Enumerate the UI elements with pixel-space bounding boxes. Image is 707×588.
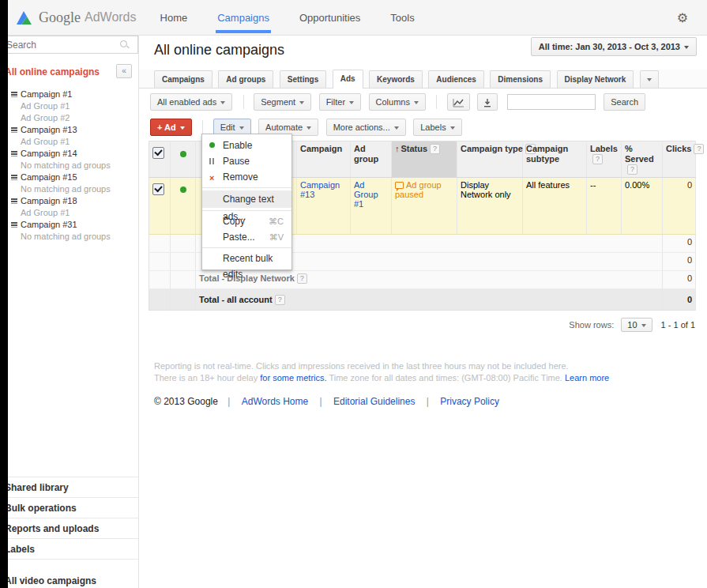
date-range-button[interactable]: All time: Jan 30, 2013 - Oct 3, 2013 (531, 37, 697, 56)
menu-item-enable[interactable]: Enable (202, 138, 291, 153)
help-icon[interactable]: ? (627, 164, 637, 175)
tree-no-match-note: No matching ad groups (0, 183, 138, 195)
search-button[interactable]: Search (604, 93, 645, 111)
filter-button[interactable]: Filter (319, 93, 361, 111)
cell-text: -- (590, 180, 596, 190)
campaign-link[interactable]: Campaign #13 (300, 180, 340, 199)
col-label: Campaign type (461, 144, 523, 153)
tab-ads[interactable]: Ads (333, 70, 363, 89)
all-online-campaigns-link[interactable]: All online campaigns (5, 66, 100, 77)
nav-item-campaigns[interactable]: Campaigns (216, 1, 271, 35)
tree-adgroup[interactable]: Ad Group #1 (0, 100, 138, 112)
menu-divider (202, 187, 291, 188)
col-clicks[interactable]: Clicks? (663, 141, 696, 178)
more-actions-label: More actions... (333, 122, 390, 132)
tree-campaign-18[interactable]: Campaign #18 (0, 195, 138, 207)
menu-item-remove[interactable]: ×Remove (202, 169, 291, 185)
tree-campaign-15[interactable]: Campaign #15 (0, 172, 138, 183)
some-metrics-link[interactable]: for some metrics. (260, 373, 326, 383)
tab-settings[interactable]: Settings (280, 70, 326, 88)
labels-button[interactable]: Labels (413, 119, 461, 136)
learn-more-link[interactable]: Learn more (565, 373, 609, 383)
col-ad-group[interactable]: Ad group (351, 141, 392, 178)
menu-item-change-text-ads[interactable]: Change text ads... (202, 190, 291, 208)
columns-button[interactable]: Columns (369, 93, 426, 111)
help-icon[interactable]: ? (275, 295, 285, 305)
tab-keywords[interactable]: Keywords (369, 70, 423, 88)
tree-adgroup[interactable]: Ad Group #1 (0, 136, 138, 148)
segment-button[interactable]: Segment (254, 93, 311, 111)
col-campaign-type[interactable]: Campaign type? (457, 141, 523, 178)
tree-adgroup[interactable]: Ad Group #1 (0, 207, 138, 219)
pagination: Show rows: 10 1 - 1 of 1 (139, 318, 707, 332)
caret-down-icon (180, 126, 185, 130)
tab-overflow-button[interactable] (640, 70, 659, 88)
tab-audiences[interactable]: Audiences (428, 70, 484, 88)
tree-label: Ad Group #1 (21, 208, 70, 217)
help-icon[interactable]: ? (694, 144, 704, 154)
sidebar-item-labels[interactable]: Labels (0, 538, 138, 559)
table-search-input[interactable] (507, 94, 596, 110)
help-icon[interactable]: ? (297, 273, 307, 284)
privacy-policy-link[interactable]: Privacy Policy (440, 396, 499, 407)
help-icon[interactable]: ? (430, 144, 440, 154)
page-size-select[interactable]: 10 (621, 318, 652, 332)
menu-item-paste[interactable]: Paste...⌘V (202, 229, 291, 245)
edit-dropdown-menu: Enable Pause ×Remove Change text ads... … (201, 134, 292, 270)
adwords-logo[interactable]: Google AdWords (16, 9, 137, 26)
menu-divider (202, 210, 291, 211)
sidebar-collapse-button[interactable]: « (116, 64, 132, 78)
tree-adgroup[interactable]: Ad Group #2 (0, 112, 138, 124)
col-labels[interactable]: Labels? (587, 141, 622, 178)
tab-campaigns[interactable]: Campaigns (154, 70, 212, 88)
nav-item-home[interactable]: Home (159, 1, 190, 35)
adwords-home-link[interactable]: AdWords Home (242, 396, 308, 407)
nav-item-opportunities[interactable]: Opportunities (298, 1, 362, 35)
sidebar-item-reports-uploads[interactable]: Reports and uploads (0, 518, 138, 538)
view-filter-label: All enabled ads (157, 97, 216, 107)
select-all-checkbox[interactable] (152, 147, 164, 159)
adwords-app: Google AdWords Home Campaigns Opportunit… (0, 0, 707, 588)
tree-campaign-14[interactable]: Campaign #14 (0, 148, 138, 160)
ad-group-link[interactable]: Ad Group #1 (354, 180, 378, 209)
tree-label: Campaign #13 (21, 125, 77, 134)
row-checkbox[interactable] (152, 183, 164, 195)
cell-text: All features (526, 180, 570, 190)
view-filter-button[interactable]: All enabled ads (150, 93, 232, 111)
menu-item-recent-bulk-edits[interactable]: Recent bulk edits (202, 251, 291, 266)
download-button[interactable] (477, 93, 498, 111)
tree-campaign-31[interactable]: Campaign #31 (0, 219, 138, 231)
sidebar-item-bulk-operations[interactable]: Bulk operations (0, 497, 138, 518)
nav-item-tools[interactable]: Tools (389, 1, 416, 35)
sidebar-search-input[interactable] (0, 36, 138, 54)
copyright-bar: © 2013 Google | AdWords Home | Editorial… (154, 396, 707, 407)
total-label: Total - all account (199, 295, 273, 304)
logo-adwords-text: AdWords (85, 10, 137, 24)
separator: | (427, 396, 429, 407)
tree-campaign-1[interactable]: Campaign #1 (0, 89, 138, 100)
more-actions-button[interactable]: More actions... (326, 119, 406, 136)
tab-ad-groups[interactable]: Ad groups (218, 70, 273, 88)
sidebar-item-all-video-campaigns[interactable]: All video campaigns (0, 559, 138, 588)
editorial-guidelines-link[interactable]: Editorial Guidelines (333, 396, 415, 407)
add-ad-button[interactable]: + Ad (150, 119, 192, 136)
search-icon (120, 40, 127, 47)
menu-item-pause[interactable]: Pause (202, 153, 291, 169)
gear-icon[interactable]: ⚙ (677, 10, 688, 25)
caret-down-icon (239, 126, 244, 130)
col-label: Status (401, 144, 428, 153)
page-size-value: 10 (627, 320, 637, 330)
tree-campaign-13[interactable]: Campaign #13 (0, 124, 138, 136)
sidebar-item-shared-library[interactable]: Shared library (0, 477, 138, 497)
col-served[interactable]: % Served ? (622, 141, 663, 178)
tab-dimensions[interactable]: Dimensions (490, 70, 551, 88)
col-campaign[interactable]: Campaign (297, 141, 351, 178)
col-campaign-subtype[interactable]: Campaign subtype (523, 141, 587, 178)
line-chart-icon (453, 98, 464, 107)
help-icon[interactable]: ? (592, 154, 603, 164)
grand-total-row: Total - all account? 0 (149, 289, 696, 311)
chart-button[interactable] (447, 93, 470, 111)
tab-display-network[interactable]: Display Network (557, 70, 634, 88)
col-status-sorted[interactable]: ↑Status? (392, 141, 457, 178)
menu-item-copy[interactable]: Copy⌘C (202, 213, 291, 229)
